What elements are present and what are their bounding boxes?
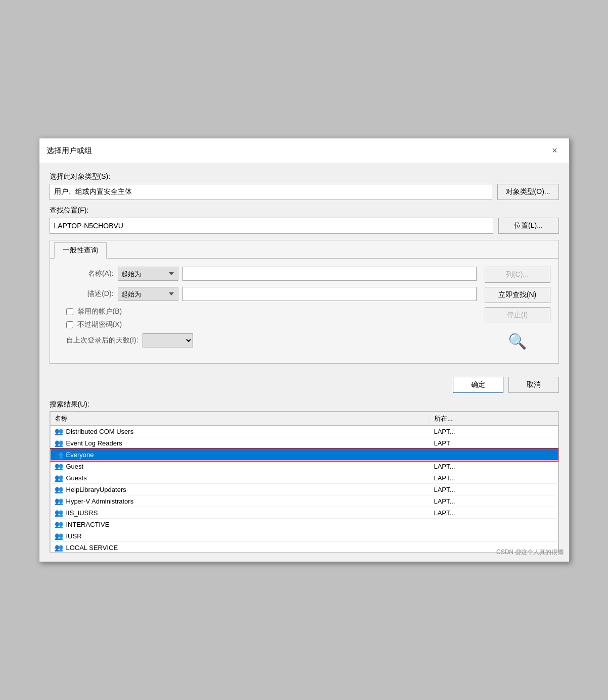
table-row[interactable]: 👥LOCAL SERVICE: [50, 542, 558, 553]
user-icon: 👥: [55, 427, 63, 435]
cell-name: 👥Guests: [50, 472, 430, 484]
object-type-input[interactable]: [50, 184, 492, 200]
tab-general-query[interactable]: 一般性查询: [54, 242, 107, 259]
name-label: 名称(A):: [58, 269, 114, 278]
tab-fields: 名称(A): 起始为 描述(D): 起始为: [58, 267, 477, 355]
location-row: 位置(L)...: [50, 218, 559, 234]
cell-location: LAPT...: [430, 507, 558, 519]
user-icon: 👥: [55, 462, 63, 470]
results-table: 名称 所在... 👥Distributed COM UsersLAPT...👥E…: [50, 412, 558, 553]
select-user-group-dialog: 选择用户或组 × 选择此对象类型(S): 对象类型(O)... 查找位置(F):…: [39, 138, 570, 562]
user-icon: 👥: [55, 497, 63, 505]
stop-button[interactable]: 停止(I): [485, 307, 550, 323]
table-row[interactable]: 👥Everyone: [50, 449, 558, 461]
disabled-account-row: 禁用的帐户(B): [66, 307, 477, 316]
cell-name: 👥Distributed COM Users: [50, 426, 430, 437]
ok-button[interactable]: 确定: [453, 377, 503, 393]
object-type-group: 选择此对象类型(S): 对象类型(O)...: [50, 172, 559, 200]
col-name-header: 名称: [50, 412, 430, 426]
results-table-body: 👥Distributed COM UsersLAPT...👥Event Log …: [50, 426, 558, 553]
cell-location: [430, 449, 558, 461]
tab-container: 一般性查询 名称(A): 起始为 描述(D):: [50, 240, 559, 364]
user-icon: 👥: [55, 474, 63, 482]
dialog-title: 选择用户或组: [46, 146, 92, 156]
no-expire-row: 不过期密码(X): [66, 320, 477, 329]
table-row[interactable]: 👥GuestsLAPT...: [50, 472, 558, 484]
cell-name: 👥Guest: [50, 461, 430, 472]
col-location-header: 所在...: [430, 412, 558, 426]
disabled-account-checkbox[interactable]: [66, 308, 73, 315]
search-results-label: 搜索结果(U):: [50, 400, 559, 409]
search-icon: 🔍: [485, 327, 550, 355]
disabled-account-label: 禁用的帐户(B): [77, 307, 122, 316]
object-type-label: 选择此对象类型(S):: [50, 172, 559, 181]
cell-location: LAPT: [430, 437, 558, 449]
location-button[interactable]: 位置(L)...: [498, 218, 559, 234]
user-icon: 👥: [55, 509, 63, 517]
find-button[interactable]: 立即查找(N): [485, 287, 550, 303]
user-icon: 👥: [55, 543, 63, 552]
cell-name: 👥HelpLibraryUpdaters: [50, 484, 430, 495]
object-type-row: 对象类型(O)...: [50, 184, 559, 200]
desc-input[interactable]: [182, 287, 477, 301]
table-row[interactable]: 👥HelpLibraryUpdatersLAPT...: [50, 484, 558, 495]
tab-content: 名称(A): 起始为 描述(D): 起始为: [50, 259, 558, 363]
days-label: 自上次登录后的天数(I):: [66, 336, 138, 345]
desc-label: 描述(D):: [58, 289, 114, 298]
location-label: 查找位置(F):: [50, 206, 559, 215]
bottom-buttons: 确定 取消: [50, 372, 559, 400]
cell-name: 👥Everyone: [50, 449, 430, 461]
tab-buttons: 列(C)... 立即查找(N) 停止(I) 🔍: [485, 267, 550, 355]
location-group: 查找位置(F): 位置(L)...: [50, 206, 559, 234]
tab-header: 一般性查询: [50, 240, 558, 259]
cell-location: [430, 519, 558, 530]
days-row: 自上次登录后的天数(I):: [66, 333, 477, 347]
cell-location: LAPT...: [430, 472, 558, 484]
user-icon: 👥: [55, 485, 63, 493]
cell-name: 👥Hyper-V Administrators: [50, 495, 430, 507]
table-row[interactable]: 👥Distributed COM UsersLAPT...: [50, 426, 558, 437]
cell-location: LAPT...: [430, 461, 558, 472]
cell-location: [430, 530, 558, 542]
days-select[interactable]: [143, 333, 193, 347]
table-row[interactable]: 👥Hyper-V AdministratorsLAPT...: [50, 495, 558, 507]
location-input[interactable]: [50, 218, 493, 234]
table-row[interactable]: 👥IUSR: [50, 530, 558, 542]
cell-location: LAPT...: [430, 495, 558, 507]
watermark: CSDN @这个人真的很懒: [496, 548, 564, 557]
dialog-body: 选择此对象类型(S): 对象类型(O)... 查找位置(F): 位置(L)...…: [39, 163, 569, 562]
desc-row: 描述(D): 起始为: [58, 287, 477, 301]
table-row[interactable]: 👥IIS_IUSRSLAPT...: [50, 507, 558, 519]
close-button[interactable]: ×: [548, 143, 562, 158]
table-row[interactable]: 👥GuestLAPT...: [50, 461, 558, 472]
object-type-button[interactable]: 对象类型(O)...: [497, 184, 559, 200]
cell-location: LAPT...: [430, 426, 558, 437]
name-input[interactable]: [182, 267, 477, 281]
name-row: 名称(A): 起始为: [58, 267, 477, 281]
columns-button[interactable]: 列(C)...: [485, 267, 550, 283]
desc-dropdown[interactable]: 起始为: [118, 287, 178, 301]
user-icon: 👥: [55, 520, 63, 528]
name-dropdown[interactable]: 起始为: [118, 267, 178, 281]
table-row[interactable]: 👥Event Log ReadersLAPT: [50, 437, 558, 449]
cell-location: LAPT...: [430, 484, 558, 495]
no-expire-label: 不过期密码(X): [77, 320, 122, 329]
no-expire-checkbox[interactable]: [66, 321, 73, 328]
cell-name: 👥INTERACTIVE: [50, 519, 430, 530]
title-bar: 选择用户或组 ×: [39, 138, 569, 163]
cell-name: 👥IUSR: [50, 530, 430, 542]
user-icon: 👥: [55, 532, 63, 540]
user-icon: 👥: [55, 451, 63, 459]
cell-name: 👥Event Log Readers: [50, 437, 430, 449]
table-row[interactable]: 👥INTERACTIVE: [50, 519, 558, 530]
cell-name: 👥LOCAL SERVICE: [50, 542, 430, 553]
cell-name: 👥IIS_IUSRS: [50, 507, 430, 519]
results-wrapper[interactable]: 名称 所在... 👥Distributed COM UsersLAPT...👥E…: [50, 411, 559, 553]
user-icon: 👥: [55, 439, 63, 447]
results-table-header: 名称 所在...: [50, 412, 558, 426]
cancel-button[interactable]: 取消: [508, 377, 559, 393]
